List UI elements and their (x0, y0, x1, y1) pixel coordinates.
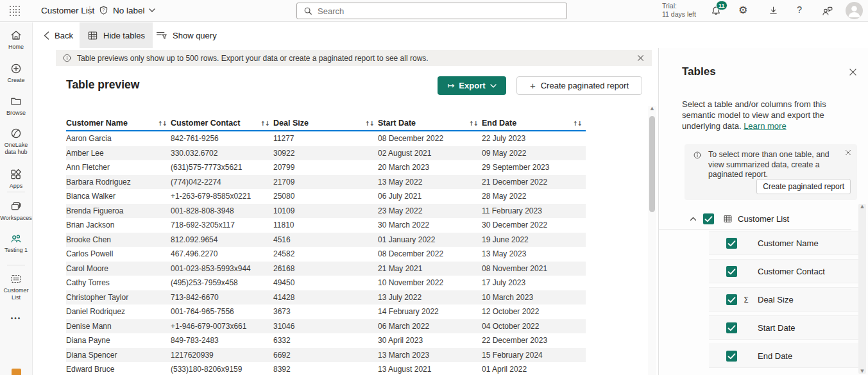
table-row: Amber Lee330.032.67023092202 August 2021… (66, 146, 586, 161)
tree-item-customer-list[interactable]: Customer List (659, 208, 851, 229)
sidebar-item-testing-1[interactable]: Testing 1 (0, 232, 32, 254)
table-cell: +1-946-679-0073x661 (171, 322, 273, 331)
column-header-deal-size[interactable]: Deal Size↑↓ (273, 116, 378, 130)
column-header-customer-contact[interactable]: Customer Contact↑↓ (171, 116, 273, 130)
back-button[interactable]: Back (36, 22, 81, 48)
field-checkbox[interactable] (726, 294, 737, 305)
left-nav-rail: Home Create Browse OneLakedata hub Apps … (0, 22, 33, 375)
field-item[interactable]: Start Date (709, 315, 860, 340)
table-cell: 467.496.2270 (171, 249, 273, 258)
table-cell: (495)253-7959x458 (171, 278, 273, 287)
table-cell: 13 May 2022 (378, 178, 482, 187)
table-cell: 11810 (273, 221, 378, 229)
column-header-customer-name[interactable]: Customer Name↑↓ (66, 116, 171, 130)
field-item[interactable]: End Date (709, 344, 860, 368)
table-cell: 20 March 2023 (378, 163, 482, 172)
table-cell: 3673 (273, 307, 378, 316)
label-chevron-down-icon[interactable] (149, 8, 155, 12)
sort-icon[interactable]: ↑↓ (573, 120, 582, 127)
app-launcher-icon[interactable] (10, 6, 20, 16)
table-cell: Barbara Rodriguez (66, 178, 171, 187)
sidebar-item-create[interactable]: Create (0, 62, 32, 84)
field-checkbox[interactable] (726, 266, 737, 277)
table-cell: 10109 (273, 206, 378, 215)
banner-close-icon[interactable] (636, 53, 645, 63)
table-grid-icon (723, 214, 733, 224)
search-box[interactable] (296, 3, 567, 19)
field-checkbox[interactable] (726, 351, 737, 362)
sidebar-item-home[interactable]: Home (0, 29, 32, 51)
panel-close-icon[interactable] (849, 68, 857, 76)
feedback-icon[interactable] (821, 5, 833, 17)
page-toolbar: Back Hide tables Show query (33, 22, 868, 48)
field-item[interactable]: ΣDeal Size (709, 287, 860, 312)
top-bar: Customer List | ? No label Trial: 11 day… (0, 0, 868, 22)
table-cell: 19 June 2022 (482, 235, 586, 244)
help-icon[interactable]: ? (797, 4, 802, 15)
field-checkbox[interactable] (726, 322, 737, 333)
search-input[interactable] (318, 6, 549, 16)
create-paginated-report-button[interactable]: + Create paginated report (516, 76, 642, 95)
field-item[interactable]: Customer Name (709, 231, 860, 255)
table-cell: (631)575-7773x5621 (171, 163, 273, 172)
panel-scrollbar[interactable]: ▲ ▼ (858, 204, 866, 374)
table-cell: 26168 (273, 264, 378, 273)
table-cell: 713-842-6670 (171, 293, 273, 302)
scroll-up-icon[interactable]: ▲ (648, 106, 656, 111)
scrollbar-thumb[interactable] (649, 116, 655, 212)
sensitivity-label[interactable]: No label (113, 6, 145, 15)
svg-text:?: ? (103, 8, 105, 12)
field-label: Deal Size (758, 295, 794, 304)
show-query-button[interactable]: Show query (148, 22, 225, 48)
sidebar-item-browse[interactable]: Browse (0, 95, 32, 117)
table-cell: 13 August 2021 (378, 365, 482, 374)
rail-more-icon[interactable]: ••• (0, 315, 32, 322)
field-item[interactable]: Customer Contact (709, 259, 860, 283)
sidebar-item-customer-list[interactable]: CustomerList (0, 272, 32, 301)
scroll-up-icon[interactable]: ▲ (858, 204, 866, 209)
field-label: Start Date (758, 323, 796, 333)
rail-divider (7, 192, 25, 192)
hide-tables-button[interactable]: Hide tables (80, 22, 153, 48)
field-label: Customer Name (758, 238, 819, 248)
table-cell: 14 February 2022 (378, 307, 482, 316)
create-paginated-report-secondary-button[interactable]: Create paginated report (756, 179, 851, 194)
sort-icon[interactable]: ↑↓ (158, 120, 167, 127)
column-header-start-date[interactable]: Start Date↑↓ (378, 116, 482, 130)
table-cell: 30 December 2022 (482, 221, 586, 229)
table-cell: 09 May 2022 (482, 149, 586, 158)
banner-text: Table previews only show up to 500 rows.… (77, 54, 429, 63)
table-row: Carlos Powell467.496.22702458208 Decembe… (66, 247, 586, 262)
field-checkbox[interactable] (726, 238, 737, 249)
table-cell: 6332 (273, 336, 378, 345)
table-cell: 21 December 2022 (482, 178, 586, 187)
search-icon (303, 6, 312, 15)
export-chevron-down-icon (490, 84, 497, 88)
info-icon (693, 151, 702, 160)
sort-icon[interactable]: ↑↓ (469, 120, 478, 127)
settings-gear-icon[interactable]: ⚙ (738, 4, 747, 16)
table-row: Brian Jackson718-692-3205x1171181030 Mar… (66, 218, 586, 233)
field-list: Customer NameCustomer ContactΣDeal SizeS… (709, 231, 860, 372)
info-card-close-icon[interactable] (845, 149, 851, 156)
download-icon[interactable] (768, 5, 779, 16)
table-cell: Bianca Walker (66, 192, 171, 201)
table-cell: Diana Spencer (66, 351, 171, 360)
sidebar-item-apps[interactable]: Apps (0, 168, 32, 190)
collapse-chevron-icon[interactable] (690, 217, 697, 221)
scroll-down-icon[interactable]: ▼ (858, 369, 866, 374)
learn-more-link[interactable]: Learn more (744, 121, 786, 131)
table-checkbox[interactable] (703, 213, 714, 224)
table-row: Aaron Garcia842-761-92561127708 December… (66, 131, 586, 146)
sort-icon[interactable]: ↑↓ (260, 120, 269, 127)
table-cell: 13 May 2023 (482, 249, 586, 258)
column-header-end-date[interactable]: End Date↑↓ (482, 116, 586, 130)
table-cell: 30922 (273, 149, 378, 158)
export-button[interactable]: ↦ Export (438, 76, 506, 95)
sort-icon[interactable]: ↑↓ (365, 120, 374, 127)
account-avatar[interactable] (846, 2, 863, 19)
table-header-row: Customer Name↑↓ Customer Contact↑↓ Deal … (66, 116, 586, 131)
sidebar-item-onelake-data-hub[interactable]: OneLakedata hub (0, 127, 32, 155)
main-scrollbar[interactable]: ▲ (648, 106, 656, 375)
sidebar-item-workspaces[interactable]: Workspaces (0, 200, 32, 222)
